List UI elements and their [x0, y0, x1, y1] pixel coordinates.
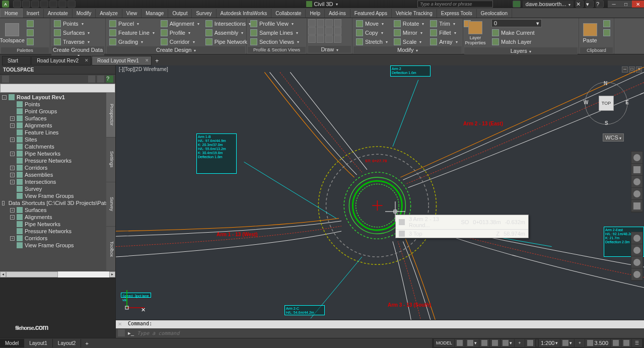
status-model[interactable]: MODEL: [434, 339, 454, 347]
ts-home-icon[interactable]: [2, 76, 9, 83]
tree-expand-icon[interactable]: +: [10, 137, 15, 142]
status-dyn-icon[interactable]: [525, 339, 535, 347]
tree-item-14[interactable]: View Frame Groups: [0, 192, 106, 199]
design-feature-line-button[interactable]: Feature Line▾: [107, 28, 157, 37]
layout-tab-model[interactable]: Model: [0, 339, 24, 347]
prospector-tree[interactable]: -Road Layout Rev1PointsPoint Groups+Surf…: [0, 93, 106, 271]
tree-expand-icon[interactable]: +: [10, 116, 15, 121]
modify-move-button[interactable]: Move▾: [353, 19, 390, 28]
wcs-dropdown[interactable]: WCS ▾: [603, 133, 624, 142]
layer-properties-button[interactable]: Layer Properties: [464, 19, 486, 47]
panel-title-draw[interactable]: Draw ▾: [308, 46, 351, 53]
nav2-icon-3[interactable]: [631, 256, 642, 268]
arc-icon[interactable]: [317, 19, 324, 27]
cut-button[interactable]: [601, 19, 613, 28]
modify-mirror-button[interactable]: Mirror▾: [391, 28, 426, 37]
vc-north[interactable]: N: [604, 81, 607, 86]
nav-orbit-icon[interactable]: [631, 188, 642, 200]
nav2-icon-1[interactable]: [631, 232, 642, 244]
status-grid-icon[interactable]: [455, 339, 465, 347]
status-ortho-icon[interactable]: [479, 339, 489, 347]
tree-expand-icon[interactable]: +: [10, 208, 15, 213]
qat-saveas-icon[interactable]: [40, 1, 48, 8]
tree-item-2[interactable]: Point Groups: [0, 108, 106, 115]
ground-points-button[interactable]: Points▾: [51, 19, 92, 28]
tree-item-1[interactable]: Points: [0, 101, 106, 108]
design-corridor-button[interactable]: Corridor▾: [158, 37, 202, 46]
panel-title-palettes[interactable]: Palettes: [1, 47, 49, 53]
panel-title-clipboard[interactable]: Clipboard: [580, 47, 613, 53]
tree-expand-icon[interactable]: +: [10, 166, 15, 170]
minimize-button[interactable]: ─: [608, 1, 620, 8]
side-tab-prospector[interactable]: Prospector: [106, 93, 115, 137]
profile-sample-lines-button[interactable]: Sample Lines▾: [248, 28, 302, 37]
toolspace-hscroll[interactable]: ◂ ▸: [0, 271, 115, 277]
doc-tab-0[interactable]: Start: [2, 56, 31, 65]
menu-tab-autodesk-infraworks[interactable]: Autodesk InfraWorks: [217, 9, 272, 18]
tree-item-6[interactable]: +Sites: [0, 136, 106, 143]
tree-item-7[interactable]: Catchments: [0, 143, 106, 150]
status-osnap-icon[interactable]: ▾: [500, 339, 514, 347]
signin-icon[interactable]: [513, 1, 521, 8]
tree-expand-icon[interactable]: +: [10, 152, 15, 156]
panel-title-modify[interactable]: Modify ▾: [353, 46, 462, 53]
modify-trim-button[interactable]: Trim▾: [427, 19, 460, 28]
help-dropdown[interactable]: ▾: [586, 1, 594, 8]
tree-item-10[interactable]: +Corridors: [0, 164, 106, 171]
status-polar-icon[interactable]: [490, 339, 500, 347]
drawing-canvas[interactable]: [-][Top][2D Wireframe] ─ □ ✕: [116, 65, 644, 338]
copy-clip-button[interactable]: [601, 28, 613, 37]
menu-tab-insert[interactable]: Insert: [23, 9, 44, 18]
vc-south[interactable]: S: [605, 120, 608, 126]
viewcube[interactable]: TOP N S E W: [584, 81, 629, 126]
ts-tool-icon-2[interactable]: [97, 76, 104, 83]
menu-tab-add-ins[interactable]: Add-ins: [325, 9, 350, 18]
menu-tab-express-tools[interactable]: Express Tools: [437, 9, 477, 18]
nav2-icon-4[interactable]: [631, 268, 642, 281]
menu-tab-view[interactable]: View: [122, 9, 142, 18]
design-grading-button[interactable]: Grading▾: [107, 37, 157, 46]
side-tab-settings[interactable]: Settings: [106, 137, 115, 182]
menu-tab-manage[interactable]: Manage: [141, 9, 168, 18]
layout-tab-add[interactable]: +: [81, 339, 92, 348]
panel-title-design[interactable]: Create Design ▾: [107, 46, 245, 53]
search-input[interactable]: Type a keyword or phrase: [417, 1, 493, 8]
menu-tab-featured-apps[interactable]: Featured Apps: [350, 9, 392, 18]
toolspace-view-dropdown[interactable]: Active Drawing View▾: [0, 84, 115, 93]
user-menu[interactable]: dave.bosworth... ▾: [523, 1, 574, 8]
doc-tab-close-1[interactable]: ✕: [85, 58, 89, 63]
design-parcel-button[interactable]: Parcel▾: [107, 19, 157, 28]
tree-item-13[interactable]: Survey: [0, 185, 106, 192]
tree-item-5[interactable]: Feature Lines: [0, 129, 106, 136]
tree-item-20[interactable]: +Corridors: [0, 235, 106, 242]
qat-undo-icon[interactable]: [49, 1, 57, 8]
panel-title-profile[interactable]: Profile & Section Views: [248, 47, 306, 53]
nav-showmotion-icon[interactable]: [631, 200, 642, 212]
scroll-thumb[interactable]: [6, 271, 58, 277]
profile-section-views-button[interactable]: Section Views▾: [248, 37, 302, 46]
status-gear-icon[interactable]: ▾: [560, 339, 574, 347]
menu-tab-survey[interactable]: Survey: [192, 9, 216, 18]
doc-tab-1[interactable]: Road Layout Rev2✕: [31, 56, 91, 65]
status-anno-icon[interactable]: 3.500: [585, 339, 610, 347]
paste-button[interactable]: Paste: [580, 19, 600, 47]
status-iso-icon[interactable]: [611, 339, 621, 347]
modify-array-button[interactable]: Array▾: [427, 37, 460, 46]
circle-icon[interactable]: [308, 27, 316, 35]
menu-tab-modify[interactable]: Modify: [73, 9, 96, 18]
modify-rotate-button[interactable]: Rotate▾: [391, 19, 426, 28]
tree-item-19[interactable]: Pressure Networks: [0, 228, 106, 235]
tree-expand-icon[interactable]: +: [10, 236, 15, 241]
modify-fillet-button[interactable]: Fillet▾: [427, 28, 460, 37]
tree-item-8[interactable]: +Pipe Networks: [0, 150, 106, 157]
scroll-left-icon[interactable]: ◂: [0, 271, 6, 277]
point-icon[interactable]: [334, 35, 341, 43]
tree-expand-icon[interactable]: -: [2, 95, 7, 100]
polyline-icon[interactable]: [325, 19, 333, 27]
tree-item-15[interactable]: -Data Shortcuts [C:\Civil 3D Projects\Pa…: [0, 199, 106, 206]
tree-item-4[interactable]: +Alignments: [0, 122, 106, 129]
app-icon[interactable]: A: [2, 1, 9, 8]
nav-pan-icon[interactable]: [631, 164, 642, 176]
doc-tab-2[interactable]: Road Layout Rev1✕: [92, 56, 152, 65]
menu-tab-annotate[interactable]: Annotate: [44, 9, 73, 18]
